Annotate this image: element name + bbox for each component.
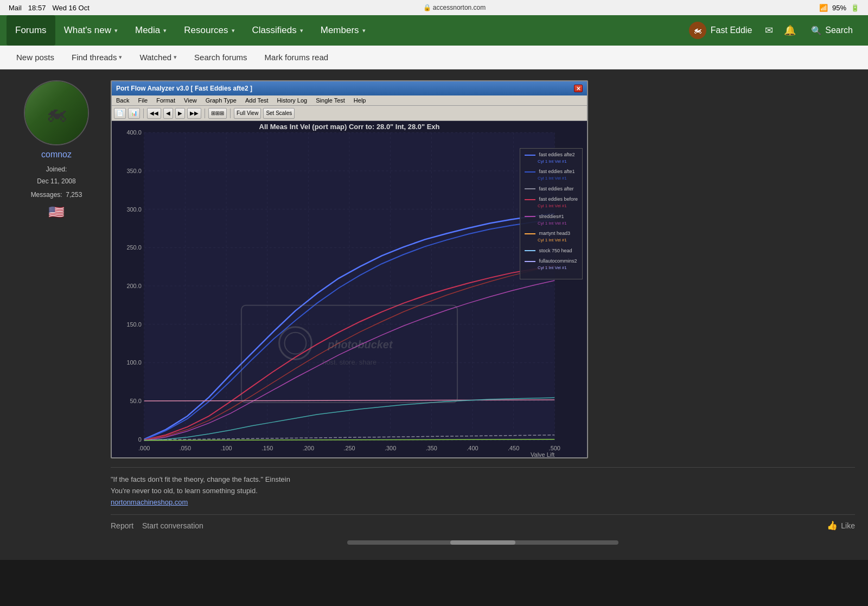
toolbar-btn-back-back[interactable]: ◀◀: [147, 108, 161, 119]
start-conversation-link[interactable]: Start conversation: [142, 521, 203, 530]
scrollbar-thumb[interactable]: [450, 540, 515, 545]
chart-window-title: Port Flow Analyzer v3.0 [ Fast Eddies af…: [116, 85, 252, 92]
nav-messages-icon[interactable]: ✉: [761, 20, 777, 41]
menu-single-test[interactable]: Single Test: [314, 97, 347, 104]
svg-text:.250: .250: [343, 445, 355, 451]
legend-item-7: stock 750 head: [525, 248, 578, 254]
toolbar-btn-fwd-fwd[interactable]: ▶▶: [187, 108, 201, 119]
toolbar-fullview-button[interactable]: Full View: [234, 108, 261, 119]
svg-text:Valve Lift: Valve Lift: [531, 451, 554, 457]
legend-sub-6: Cyl 1 Int Vel #1: [525, 238, 567, 243]
scrollbar-area: [111, 536, 855, 549]
nav-classifieds[interactable]: Classifieds ▾: [244, 15, 312, 46]
nav-forums-label: Forums: [15, 25, 47, 36]
legend-color-7: [525, 250, 535, 251]
find-threads-chevron-icon: ▾: [119, 54, 122, 61]
menu-file[interactable]: File: [136, 97, 150, 104]
nav-user-profile[interactable]: 🏍 Fast Eddie: [682, 22, 758, 39]
legend-name-2: fast eddies afte1: [539, 169, 575, 174]
search-forums-label: Search forums: [194, 53, 247, 62]
toolbar-btn-1[interactable]: 📄: [114, 108, 126, 119]
toolbar-setscales-button[interactable]: Set Scales: [263, 108, 295, 119]
svg-text:photobucket: photobucket: [327, 339, 393, 351]
battery-text: 95%: [832, 4, 846, 12]
toolbar-btn-fwd[interactable]: ▶: [175, 108, 185, 119]
nav-notifications-icon[interactable]: 🔔: [780, 20, 800, 41]
nav-classifieds-label: Classifieds: [252, 25, 297, 36]
svg-text:250.0: 250.0: [126, 244, 141, 251]
menu-format[interactable]: Format: [154, 97, 177, 104]
menu-back[interactable]: Back: [114, 97, 131, 104]
svg-text:.400: .400: [467, 445, 478, 451]
chart-menubar: Back File Format View Graph Type Add Tes…: [112, 95, 587, 106]
mark-forums-read-label: Mark forums read: [265, 53, 329, 62]
like-button[interactable]: 👍 Like: [827, 520, 855, 531]
nav-resources-label: Resources: [184, 25, 228, 36]
menu-view[interactable]: View: [182, 97, 199, 104]
report-link[interactable]: Report: [111, 521, 133, 530]
url-text: accessnorton.com: [433, 4, 486, 11]
svg-text:.350: .350: [426, 445, 437, 451]
media-chevron-icon: ▾: [163, 27, 167, 34]
sub-nav-mark-forums-read[interactable]: Mark forums read: [257, 48, 336, 66]
legend-name-8: fullautocommins2: [539, 258, 577, 264]
user-sidebar: 🏍 comnoz Joined: Dec 11, 2008 Messages: …: [13, 80, 100, 549]
menu-help[interactable]: Help: [352, 97, 368, 104]
svg-text:150.0: 150.0: [126, 321, 141, 328]
time-display: 18:57: [28, 4, 46, 12]
legend-color-3: [525, 188, 535, 189]
toolbar-separator-3: [230, 109, 231, 118]
like-label: Like: [841, 521, 855, 530]
legend-name-4: fast eddies before: [539, 196, 578, 202]
chart-legend: fast eddies afte2 Cyl 1 Int Vel #1 fast …: [520, 148, 583, 279]
chart-titlebar: Port Flow Analyzer v3.0 [ Fast Eddies af…: [112, 81, 587, 95]
sub-nav-find-threads[interactable]: Find threads ▾: [64, 48, 130, 66]
svg-text:100.0: 100.0: [126, 359, 141, 366]
avatar-image: 🏍: [25, 81, 88, 144]
nav-right-section: 🏍 Fast Eddie ✉ 🔔 🔍 Search: [682, 15, 861, 46]
message-count: 7,253: [66, 191, 82, 199]
legend-item-2: fast eddies afte1 Cyl 1 Int Vel #1: [525, 169, 578, 181]
thumbs-up-icon: 👍: [827, 520, 838, 531]
svg-text:host. store. share: host. store. share: [322, 358, 376, 366]
sub-nav-search-forums[interactable]: Search forums: [187, 48, 255, 66]
messages-label: Messages:: [31, 191, 62, 199]
menu-graph-type[interactable]: Graph Type: [203, 97, 239, 104]
nav-forums[interactable]: Forums: [7, 15, 55, 46]
user-meta-messages: Messages: 7,253: [13, 189, 100, 201]
legend-sub-2: Cyl 1 Int Vel #1: [525, 176, 567, 181]
sig-quote: "If the facts don't fit the theory, chan…: [111, 474, 855, 486]
legend-item-4: fast eddies before Cyl 1 Int Vel #1: [525, 196, 578, 209]
user-meta-joined: Joined: Dec 11, 2008: [13, 164, 100, 187]
chart-svg: 400.0 350.0 300.0 250.0 200.0 150.0 100.…: [112, 121, 587, 457]
menu-add-test[interactable]: Add Test: [243, 97, 271, 104]
nav-whats-new-label: What's new: [64, 25, 111, 36]
toolbar-btn-back[interactable]: ◀: [163, 108, 173, 119]
toolbar-btn-2[interactable]: 📊: [128, 108, 140, 119]
nav-resources[interactable]: Resources ▾: [175, 15, 243, 46]
post-content: Port Flow Analyzer v3.0 [ Fast Eddies af…: [111, 80, 855, 549]
legend-color-4: [525, 199, 535, 200]
sub-nav-watched[interactable]: Watched ▾: [132, 48, 184, 66]
scrollbar-track[interactable]: [347, 540, 618, 545]
nav-search-button[interactable]: 🔍 Search: [802, 21, 861, 40]
chart-window: Port Flow Analyzer v3.0 [ Fast Eddies af…: [111, 80, 588, 458]
nav-members[interactable]: Members ▾: [312, 15, 374, 46]
sig-link[interactable]: nortonmachineshop.com: [111, 498, 188, 506]
svg-text:.500: .500: [549, 445, 560, 451]
menu-history-log[interactable]: History Log: [275, 97, 310, 104]
chart-close-button[interactable]: ✕: [574, 85, 583, 92]
nav-media[interactable]: Media ▾: [126, 15, 175, 46]
legend-item-1: fast eddies afte2 Cyl 1 Int Vel #1: [525, 152, 578, 164]
sub-nav-new-posts[interactable]: New posts: [9, 48, 62, 66]
nav-whats-new[interactable]: What's new ▾: [55, 15, 126, 46]
user-avatar: 🏍: [24, 80, 89, 145]
legend-item-6: martynt head3 Cyl 1 Int Vel #1: [525, 231, 578, 243]
classifieds-chevron-icon: ▾: [300, 27, 303, 34]
legend-sub-5: Cyl 1 Int Vel #1: [525, 221, 567, 226]
legend-color-1: [525, 155, 535, 156]
legend-color-2: [525, 171, 535, 173]
nav-members-label: Members: [321, 25, 359, 36]
toolbar-btn-multi[interactable]: ⊞⊞⊞: [208, 108, 227, 119]
post-username[interactable]: comnoz: [13, 150, 100, 160]
